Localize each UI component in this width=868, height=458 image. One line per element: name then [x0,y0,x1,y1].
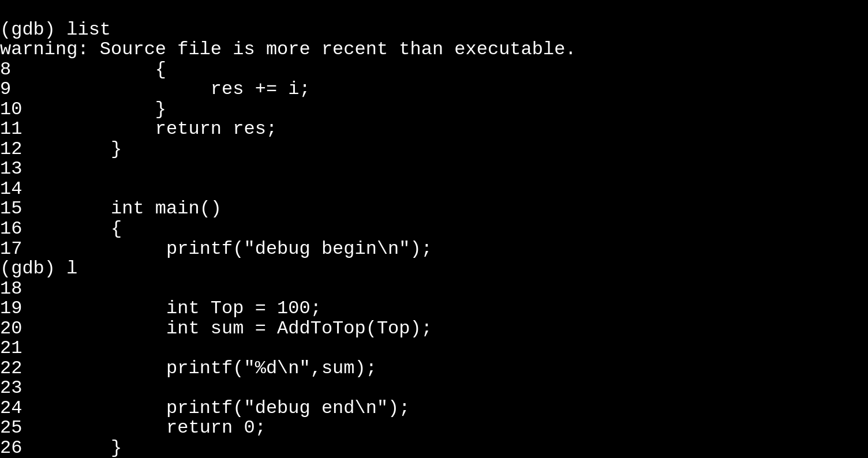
line23: 23 [0,378,868,399]
line15: 15 int main() [0,199,868,219]
warning: warning: Source file is more recent than… [0,40,868,60]
line22: 22 printf("%d\n",sum); [0,359,868,379]
cmd-l: (gdb) l [0,259,868,279]
line9: 9 res += i; [0,80,868,100]
terminal[interactable]: (gdb) listwarning: Source file is more r… [0,0,868,458]
line8: 8 { [0,60,868,80]
line25: 25 return 0; [0,418,868,438]
line20: 20 int sum = AddToTop(Top); [0,319,868,339]
line21: 21 [0,339,868,359]
cmd-list: (gdb) list [0,20,868,40]
line12: 12 } [0,140,868,160]
line10: 10 } [0,100,868,120]
line19: 19 int Top = 100; [0,299,868,319]
line18: 18 [0,279,868,299]
line16: 16 { [0,219,868,239]
line17: 17 printf("debug begin\n"); [0,239,868,260]
line24: 24 printf("debug end\n"); [0,399,868,419]
line11: 11 return res; [0,119,868,140]
line13: 13 [0,159,868,179]
line26: 26 } [0,438,868,458]
line14: 14 [0,179,868,200]
